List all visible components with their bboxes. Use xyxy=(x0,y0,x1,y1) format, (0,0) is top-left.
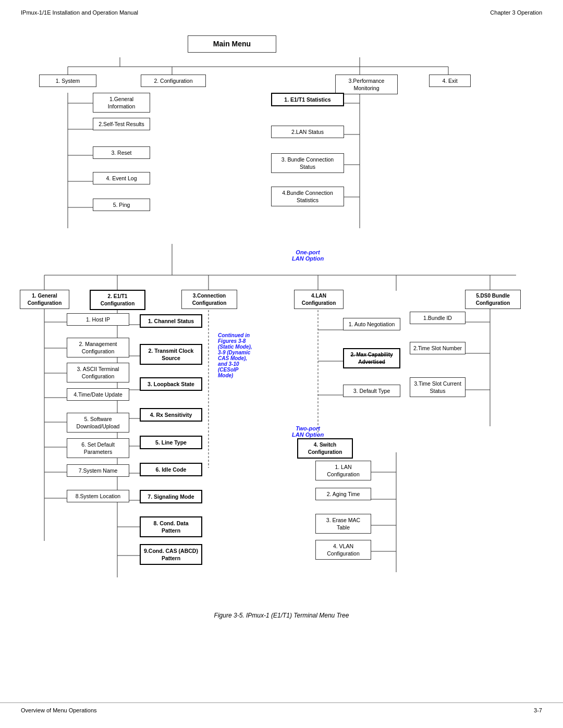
channel-status-box: 1. Channel Status xyxy=(140,314,202,328)
line-type-box: 5. Line Type xyxy=(140,436,202,449)
bundle-conn-stats-box: 4.Bundle Connection Statistics xyxy=(271,187,344,206)
one-port-label: One-port LAN Option xyxy=(292,249,324,262)
cond-data-box: 8. Cond. Data Pattern xyxy=(140,516,202,537)
lan-config-box: 4.LAN Configuration xyxy=(294,290,344,309)
mgmt-config-box: 2. Management Configuration xyxy=(67,338,129,357)
event-log-box: 4. Event Log xyxy=(93,172,150,184)
aging-time-box: 2. Aging Time xyxy=(315,488,371,500)
configuration-box: 2. Configuration xyxy=(141,75,206,87)
diagram-wrapper: Main Menu 1. System 2. Configuration 3.P… xyxy=(16,25,547,603)
ascii-term-box: 3. ASCII Terminal Configuration xyxy=(67,363,129,382)
ds0-bundle-box: 5.DS0 Bundle Configuration xyxy=(465,290,521,309)
exit-box: 4. Exit xyxy=(429,75,471,87)
header-right: Chapter 3 Operation xyxy=(490,9,542,16)
lan-config2-box: 1. LAN Configuration xyxy=(315,461,371,480)
page-header: IPmux-1/1E Installation and Operation Ma… xyxy=(0,0,563,20)
general-config-box: 1. General Configuration xyxy=(20,290,69,309)
continued-in-label: Continued inFigures 3-8(Static Mode),3-9… xyxy=(218,332,270,378)
time-date-box: 4.Time/Date Update xyxy=(67,388,129,401)
footer-left: Overview of Menu Operations xyxy=(21,707,97,713)
two-port-label: Two-port LAN Option xyxy=(292,425,324,438)
idle-code-box: 6. Idle Code xyxy=(140,463,202,476)
page-footer: Overview of Menu Operations 3-7 xyxy=(0,702,563,718)
loopback-box: 3. Loopback State xyxy=(140,377,202,391)
default-type-box: 3. Default Type xyxy=(343,385,400,397)
switch-config-box: 4. Switch Configuration xyxy=(297,438,353,459)
host-ip-box: 1. Host IP xyxy=(67,313,129,326)
bundle-conn-box: 3. Bundle Connection Status xyxy=(271,153,344,173)
time-slot-num-box: 2.Time Slot Number xyxy=(410,342,466,354)
erase-mac-box: 3. Erase MAC Table xyxy=(315,514,371,534)
tx-clock-box: 2. Transmit Clock Source xyxy=(140,344,202,365)
cond-cas-box: 9.Cond. CAS (ABCD) Pattern xyxy=(140,544,202,565)
auto-neg-box: 1. Auto Negotiation xyxy=(343,318,400,330)
connection-config-box: 3.Connection Configuration xyxy=(181,290,237,309)
e1t1-config-box: 2. E1/T1 Configuration xyxy=(90,290,145,310)
sys-location-box: 8.System Location xyxy=(67,490,129,502)
reset-box: 3. Reset xyxy=(93,146,150,159)
self-test-box: 2.Self-Test Results xyxy=(93,118,150,130)
set-default-box: 6. Set Default Parameters xyxy=(67,438,129,458)
lan-status-box: 2.LAN Status xyxy=(271,126,344,138)
general-info-box: 1.General Information xyxy=(93,93,150,113)
performance-box: 3.Performance Monitoring xyxy=(335,75,398,94)
system-box: 1. System xyxy=(39,75,96,87)
ping-box: 5. Ping xyxy=(93,199,150,211)
footer-right: 3-7 xyxy=(534,707,542,713)
diagram-container: Main Menu 1. System 2. Configuration 3.P… xyxy=(0,20,563,609)
header-left: IPmux-1/1E Installation and Operation Ma… xyxy=(21,9,138,16)
rx-sensitivity-box: 4. Rx Sensitivity xyxy=(140,408,202,422)
max-cap-box: 2. Max Capability Advertised xyxy=(343,348,400,368)
figure-caption: Figure 3-5. IPmux-1 (E1/T1) Terminal Men… xyxy=(16,612,547,619)
time-slot-curr-box: 3.Time Slot Current Status xyxy=(410,377,466,397)
signaling-mode-box: 7. Signaling Mode xyxy=(140,490,202,503)
sys-name-box: 7.System Name xyxy=(67,464,129,477)
sw-download-box: 5. Software Download/Upload xyxy=(67,413,129,433)
bundle-id-box: 1.Bundle ID xyxy=(410,312,466,324)
e1t1-stats-box: 1. E1/T1 Statistics xyxy=(271,93,344,106)
main-menu-box: Main Menu xyxy=(188,35,276,53)
vlan-config-box: 4. VLAN Configuration xyxy=(315,540,371,560)
